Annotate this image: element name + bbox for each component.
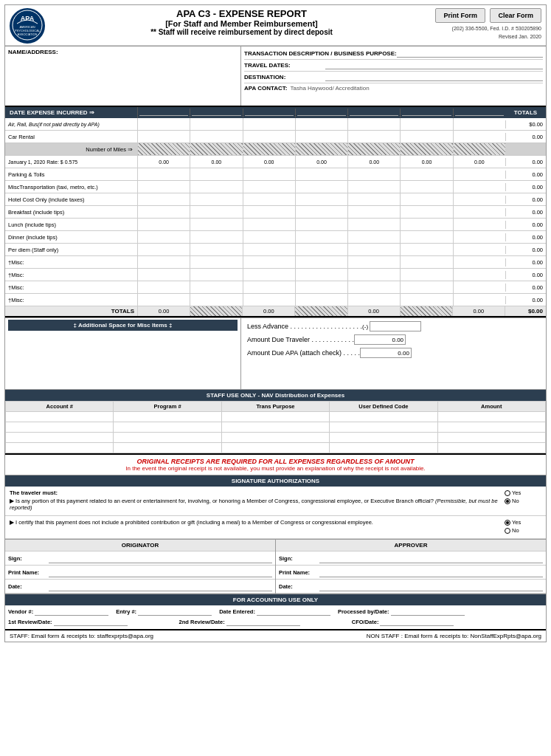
- q2-yes-row[interactable]: Yes: [505, 519, 541, 526]
- expense-input-5-2[interactable]: [244, 185, 294, 190]
- nav-udc-4[interactable]: [333, 445, 434, 450]
- cfo-line[interactable]: [380, 617, 454, 626]
- expense-input-14-6[interactable]: [454, 298, 505, 303]
- expense-input-1-1[interactable]: [191, 134, 241, 140]
- expense-input-5-4[interactable]: [349, 185, 399, 190]
- processed-line[interactable]: [391, 607, 465, 616]
- expense-input-6-0[interactable]: [139, 197, 189, 202]
- expense-input-8-1[interactable]: [191, 222, 241, 227]
- expense-input-0-1[interactable]: [191, 122, 241, 127]
- expense-input-0-0[interactable]: [139, 122, 189, 127]
- appr-date-line[interactable]: [319, 581, 543, 591]
- expense-input-7-1[interactable]: [191, 210, 241, 215]
- expense-input-6-3[interactable]: [297, 197, 347, 202]
- date-input-5[interactable]: [350, 110, 398, 116]
- q1-yes-radio[interactable]: [505, 490, 510, 496]
- q1-no-row[interactable]: No: [505, 498, 519, 504]
- nav-account-1[interactable]: [9, 414, 110, 419]
- expense-input-10-0[interactable]: [139, 247, 189, 252]
- expense-input-11-4[interactable]: [349, 260, 399, 265]
- nav-account-2[interactable]: [9, 425, 110, 430]
- expense-input-5-3[interactable]: [297, 185, 347, 190]
- q1-no-radio[interactable]: [505, 498, 510, 504]
- expense-input-4-3[interactable]: [297, 172, 347, 177]
- print-form-button[interactable]: Print Form: [435, 8, 485, 23]
- expense-input-5-5[interactable]: [401, 185, 451, 190]
- expense-input-12-5[interactable]: [401, 272, 451, 278]
- nav-amount-2[interactable]: [441, 425, 542, 430]
- expense-input-14-4[interactable]: [349, 298, 399, 303]
- expense-input-7-5[interactable]: [401, 210, 451, 215]
- expense-input-8-4[interactable]: [349, 222, 399, 227]
- expense-input-9-2[interactable]: [244, 235, 294, 240]
- expense-input-11-0[interactable]: [139, 260, 189, 265]
- amount-due-traveler-input[interactable]: [354, 334, 406, 345]
- clear-form-button[interactable]: Clear Form: [490, 8, 541, 23]
- date-input-2[interactable]: [192, 110, 240, 116]
- vendor-line[interactable]: [35, 607, 108, 616]
- expense-input-6-5[interactable]: [401, 197, 451, 202]
- expense-input-10-4[interactable]: [349, 247, 399, 252]
- expense-input-12-4[interactable]: [349, 272, 399, 278]
- nav-udc-1[interactable]: [333, 414, 434, 419]
- expense-input-12-1[interactable]: [191, 272, 241, 278]
- expense-input-3-6[interactable]: [454, 159, 505, 165]
- expense-input-0-4[interactable]: [349, 122, 399, 127]
- expense-input-1-5[interactable]: [401, 134, 451, 140]
- expense-input-6-4[interactable]: [349, 197, 399, 202]
- expense-input-7-3[interactable]: [297, 210, 347, 215]
- expense-input-10-1[interactable]: [191, 247, 241, 252]
- nav-udc-2[interactable]: [333, 425, 434, 430]
- transaction-input[interactable]: [397, 50, 543, 58]
- expense-input-6-1[interactable]: [191, 197, 241, 202]
- orig-print-line[interactable]: [49, 567, 272, 577]
- expense-input-1-3[interactable]: [297, 134, 347, 140]
- expense-input-1-2[interactable]: [244, 134, 294, 140]
- appr-print-line[interactable]: [319, 567, 543, 577]
- expense-input-7-0[interactable]: [139, 210, 189, 215]
- expense-input-3-5[interactable]: [401, 159, 451, 165]
- expense-input-1-6[interactable]: [454, 134, 505, 140]
- expense-input-10-6[interactable]: [454, 247, 505, 252]
- expense-input-14-3[interactable]: [297, 298, 347, 303]
- expense-input-7-6[interactable]: [454, 210, 505, 215]
- expense-input-10-5[interactable]: [401, 247, 451, 252]
- nav-account-4[interactable]: [9, 445, 110, 450]
- expense-input-8-0[interactable]: [139, 222, 189, 227]
- date-entered-line[interactable]: [257, 607, 330, 616]
- q2-yes-radio[interactable]: [505, 520, 510, 526]
- expense-input-10-3[interactable]: [297, 247, 347, 252]
- nav-trans-1[interactable]: [225, 414, 326, 419]
- expense-input-14-1[interactable]: [191, 298, 241, 303]
- less-advance-input[interactable]: [370, 321, 421, 331]
- nav-amount-1[interactable]: [441, 414, 542, 419]
- nav-program-3[interactable]: [117, 435, 218, 440]
- date-input-7[interactable]: [455, 110, 504, 116]
- expense-input-11-3[interactable]: [297, 260, 347, 265]
- nav-trans-3[interactable]: [225, 435, 326, 440]
- expense-input-3-2[interactable]: [244, 159, 294, 165]
- entry-line[interactable]: [138, 607, 212, 616]
- expense-input-11-6[interactable]: [454, 260, 505, 265]
- travel-dates-input[interactable]: [325, 62, 543, 69]
- expense-input-9-0[interactable]: [139, 235, 189, 240]
- expense-input-12-3[interactable]: [297, 272, 347, 278]
- expense-input-4-4[interactable]: [349, 172, 399, 177]
- expense-input-0-5[interactable]: [401, 122, 451, 127]
- amount-due-apa-input[interactable]: [360, 348, 412, 358]
- q2-no-row[interactable]: No: [505, 527, 541, 534]
- expense-input-1-4[interactable]: [349, 134, 399, 140]
- q1-yes-row[interactable]: Yes: [505, 489, 521, 496]
- expense-input-13-5[interactable]: [401, 285, 451, 290]
- q2-no-radio[interactable]: [505, 528, 510, 534]
- nav-udc-3[interactable]: [333, 435, 434, 440]
- orig-date-line[interactable]: [49, 581, 272, 591]
- expense-input-14-2[interactable]: [244, 298, 294, 303]
- expense-input-8-6[interactable]: [454, 222, 505, 227]
- destination-input[interactable]: [325, 74, 543, 81]
- expense-input-0-3[interactable]: [297, 122, 347, 127]
- expense-input-11-2[interactable]: [244, 260, 294, 265]
- expense-input-3-4[interactable]: [349, 159, 399, 165]
- expense-input-13-1[interactable]: [191, 285, 241, 290]
- nav-amount-3[interactable]: [441, 435, 542, 440]
